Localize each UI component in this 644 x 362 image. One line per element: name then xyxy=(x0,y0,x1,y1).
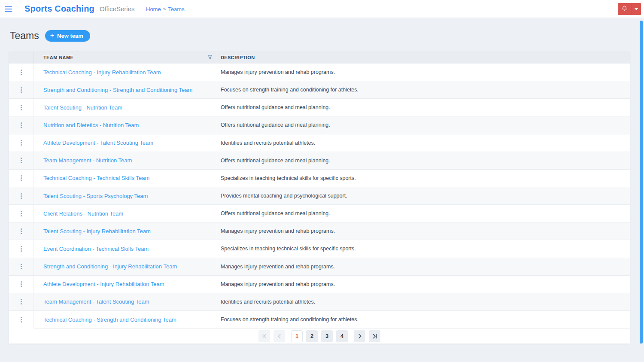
team-name-cell: Athlete Development - Injury Rehabilitat… xyxy=(34,276,217,293)
team-name-cell: Talent Scouting - Nutrition Team xyxy=(34,99,217,116)
pagination: 1 2 3 4 xyxy=(9,329,630,344)
team-name-link[interactable]: Client Relations - Nutrition Team xyxy=(43,210,123,217)
team-name-link[interactable]: Nutrition and Dietetics - Nutrition Team xyxy=(43,122,139,128)
pagination-last-button[interactable] xyxy=(369,330,380,342)
row-menu-button[interactable] xyxy=(9,276,34,293)
table-row: Talent Scouting - Injury Rehabilitation … xyxy=(9,222,630,240)
teams-table-card: TEAM NAME DESCRIPTION Technical Coaching… xyxy=(9,52,630,344)
notifications-button[interactable] xyxy=(618,3,631,15)
row-menu-button[interactable] xyxy=(9,99,34,116)
team-description-cell: Specializes in teaching technical skills… xyxy=(217,240,630,258)
table-row: Event Coordination - Technical Skills Te… xyxy=(9,240,630,258)
team-name-link[interactable]: Talent Scouting - Nutrition Team xyxy=(43,104,122,111)
team-name-link[interactable]: Strength and Conditioning - Strength and… xyxy=(43,87,192,93)
user-menu-button[interactable] xyxy=(631,3,641,15)
team-description-cell: Manages injury prevention and rehab prog… xyxy=(217,258,630,276)
team-name-link[interactable]: Event Coordination - Technical Skills Te… xyxy=(43,246,149,252)
row-menu-button[interactable] xyxy=(9,152,34,170)
team-description-cell: Offers nutritional guidance and meal pla… xyxy=(217,205,630,222)
team-description-cell: Identifies and recruits potential athlet… xyxy=(217,293,630,311)
team-name-link[interactable]: Technical Coaching - Injury Rehabilitati… xyxy=(43,69,161,76)
team-name-cell: Team Management - Talent Scouting Team xyxy=(34,293,217,311)
team-name-cell: Strength and Conditioning - Strength and… xyxy=(34,81,217,99)
team-description-cell: Offers nutritional guidance and meal pla… xyxy=(217,99,630,116)
team-description-cell: Provides mental coaching and psychologic… xyxy=(217,187,630,205)
table-row: Talent Scouting - Nutrition TeamOffers n… xyxy=(9,99,630,116)
kebab-vertical-dots-icon xyxy=(21,175,22,181)
pagination-first-button[interactable] xyxy=(258,330,270,342)
team-name-link[interactable]: Team Management - Nutrition Team xyxy=(43,157,132,164)
kebab-vertical-dots-icon xyxy=(21,281,22,287)
row-menu-button[interactable] xyxy=(9,116,34,134)
team-name-cell: Strength and Conditioning - Injury Rehab… xyxy=(34,258,217,276)
vertical-scrollbar[interactable] xyxy=(640,21,643,344)
team-name-link[interactable]: Talent Scouting - Sports Psychology Team xyxy=(43,193,148,199)
filter-button[interactable] xyxy=(207,54,213,62)
kebab-vertical-dots-icon xyxy=(21,211,22,216)
pagination-prev-button[interactable] xyxy=(273,330,285,342)
top-bar: Sports Coaching OfficeSeries Home » Team… xyxy=(0,0,644,18)
team-name-link[interactable]: Athlete Development - Injury Rehabilitat… xyxy=(43,281,164,287)
row-menu-button[interactable] xyxy=(9,222,34,240)
team-description-cell: Manages injury prevention and rehab prog… xyxy=(217,222,630,240)
kebab-vertical-dots-icon xyxy=(21,87,22,93)
hamburger-menu-button[interactable] xyxy=(0,0,17,18)
row-menu-button[interactable] xyxy=(9,293,34,311)
kebab-vertical-dots-icon xyxy=(21,158,22,163)
pagination-page-3[interactable]: 3 xyxy=(321,330,333,342)
kebab-vertical-dots-icon xyxy=(21,140,22,146)
team-description-cell: Manages injury prevention and rehab prog… xyxy=(217,64,630,81)
plus-icon: + xyxy=(50,32,54,39)
team-name-cell: Nutrition and Dietetics - Nutrition Team xyxy=(34,116,217,134)
row-menu-button[interactable] xyxy=(9,64,34,81)
team-name-link[interactable]: Technical Coaching - Strength and Condit… xyxy=(43,316,176,323)
table-header-row: TEAM NAME DESCRIPTION xyxy=(9,52,630,64)
table-row: Nutrition and Dietetics - Nutrition Team… xyxy=(9,116,630,134)
kebab-vertical-dots-icon xyxy=(21,193,22,199)
first-page-icon xyxy=(262,334,267,339)
team-description-cell: Offers nutritional guidance and meal pla… xyxy=(217,116,630,134)
kebab-vertical-dots-icon xyxy=(21,246,22,252)
row-menu-button[interactable] xyxy=(9,134,34,152)
row-menu-button[interactable] xyxy=(9,205,34,222)
row-menu-button[interactable] xyxy=(9,240,34,258)
team-name-link[interactable]: Team Management - Talent Scouting Team xyxy=(43,298,149,305)
breadcrumb-current-link[interactable]: Teams xyxy=(168,6,184,12)
table-body: Technical Coaching - Injury Rehabilitati… xyxy=(9,64,630,329)
page-heading: Teams + New team xyxy=(10,30,90,42)
pagination-pages: 1 2 3 4 xyxy=(291,330,348,342)
caret-down-icon xyxy=(635,8,638,10)
team-name-link[interactable]: Talent Scouting - Injury Rehabilitation … xyxy=(43,228,151,234)
row-menu-button[interactable] xyxy=(9,170,34,187)
breadcrumb-home-link[interactable]: Home xyxy=(146,6,161,12)
team-name-link[interactable]: Technical Coaching - Technical Skills Te… xyxy=(43,175,149,181)
last-page-icon xyxy=(372,334,377,339)
pagination-page-1[interactable]: 1 xyxy=(291,330,303,342)
table-row: Technical Coaching - Technical Skills Te… xyxy=(9,170,630,187)
topbar-actions xyxy=(618,3,641,15)
new-team-button[interactable]: + New team xyxy=(45,30,90,42)
table-row: Strength and Conditioning - Strength and… xyxy=(9,81,630,99)
team-name-link[interactable]: Athlete Development - Talent Scouting Te… xyxy=(43,140,153,146)
row-menu-button[interactable] xyxy=(9,311,34,329)
team-description-cell: Identifies and recruits potential athlet… xyxy=(217,134,630,152)
pagination-page-4[interactable]: 4 xyxy=(336,330,348,342)
team-name-link[interactable]: Strength and Conditioning - Injury Rehab… xyxy=(43,263,177,270)
hamburger-icon xyxy=(5,6,12,7)
team-name-cell: Technical Coaching - Strength and Condit… xyxy=(34,311,217,329)
table-row: Athlete Development - Injury Rehabilitat… xyxy=(9,276,630,293)
row-menu-button[interactable] xyxy=(9,81,34,99)
row-menu-button[interactable] xyxy=(9,258,34,276)
pagination-next-button[interactable] xyxy=(354,330,365,342)
team-name-cell: Technical Coaching - Injury Rehabilitati… xyxy=(34,64,217,81)
team-name-cell: Client Relations - Nutrition Team xyxy=(34,205,217,222)
breadcrumb-separator: » xyxy=(163,6,166,12)
team-name-cell: Technical Coaching - Technical Skills Te… xyxy=(34,170,217,187)
team-name-cell: Talent Scouting - Injury Rehabilitation … xyxy=(34,222,217,240)
team-description-cell: Manages injury prevention and rehab prog… xyxy=(217,276,630,293)
pagination-page-2[interactable]: 2 xyxy=(306,330,318,342)
row-menu-button[interactable] xyxy=(9,187,34,205)
kebab-vertical-dots-icon xyxy=(21,299,22,304)
team-description-cell: Offers nutritional guidance and meal pla… xyxy=(217,152,630,170)
team-name-column-label: TEAM NAME xyxy=(43,55,73,60)
